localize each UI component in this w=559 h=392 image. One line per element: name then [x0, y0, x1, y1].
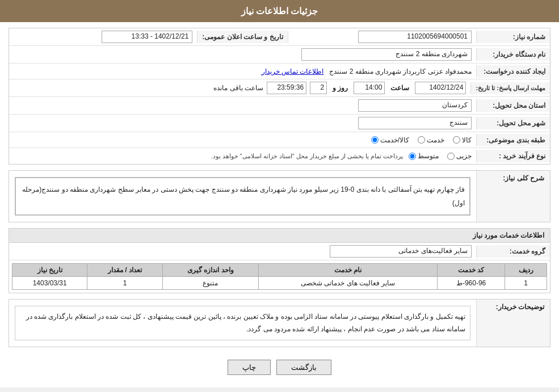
tabaqeh-label: طبقه بندی موضوعی:: [476, 134, 550, 146]
cell-kod: 960-96-ط: [438, 277, 505, 290]
col-kod: کد خدمت: [438, 264, 505, 277]
button-row: بازگشت چاپ: [9, 353, 550, 382]
dastgah-label: نام دستگاه خریدار:: [476, 48, 550, 61]
sharh-value: فاز چهارم تهیه بتن آسفالتی با دانه بندی …: [9, 171, 476, 222]
col-tarikh: تاریخ نیاز: [12, 264, 87, 277]
shahr-label: شهر محل تحویل:: [476, 117, 550, 129]
dastgah-box: شهرداری منطقه 2 سنندج: [301, 48, 472, 61]
sharh-label: شرح کلی نیاز:: [476, 171, 550, 222]
farayand-radio-group: جزیی متوسط: [409, 152, 472, 160]
page-header: جزئیات اطلاعات نیاز: [0, 0, 559, 22]
mohlat-saat-box: 14:00: [354, 82, 385, 94]
services-table: ردیف کد خدمت نام خدمت واحد اندازه گیری ت…: [12, 263, 547, 290]
tabaqeh-khedmat-label: خدمت: [427, 136, 444, 144]
sharh-text: فاز چهارم تهیه بتن آسفالتی با دانه بندی …: [15, 177, 470, 216]
print-button[interactable]: چاپ: [228, 360, 271, 375]
tosihaat-value: تهیه تکمیل و بارگذاری استعلام پیوستی در …: [9, 300, 476, 347]
dastgah-value: شهرداری منطقه 2 سنندج: [9, 46, 476, 63]
tabaqeh-kalakhedmat-radio[interactable]: [371, 136, 379, 144]
ijad-value: محمدفواد عزتی کاربرداز شهرداری منطقه 2 س…: [9, 65, 476, 78]
cell-nam: سایر فعالیت های خدماتی شخصی: [259, 277, 438, 290]
col-nam: نام خدمت: [259, 264, 438, 277]
mohlat-date-box: 1402/12/24: [415, 82, 466, 94]
table-wrapper: ردیف کد خدمت نام خدمت واحد اندازه گیری ت…: [9, 260, 550, 293]
shahr-row: شهر محل تحویل: سنندج: [9, 115, 550, 132]
farayand-jozii-option[interactable]: جزیی: [447, 152, 472, 160]
cell-tarikh: 1403/03/31: [12, 277, 87, 290]
farayand-note: پرداخت تمام یا بخشی از مبلغ خریدار محل "…: [211, 153, 403, 160]
shomara-tarikh-row: شماره نیاز: 1102005694000501 تاریخ و ساع…: [9, 28, 550, 46]
countdown-box: 23:59:36: [267, 82, 306, 94]
shahr-value: سنندج: [9, 115, 476, 132]
top-section: شماره نیاز: 1102005694000501 تاریخ و ساع…: [9, 28, 550, 165]
tabaqeh-radio-group: کالا خدمت کالا/خدمت: [14, 136, 472, 144]
tabaqeh-kalakhedmat-option[interactable]: کالا/خدمت: [371, 136, 409, 144]
page-title: جزئیات اطلاعات نیاز: [241, 6, 318, 16]
back-button[interactable]: بازگشت: [276, 360, 331, 375]
tabaqeh-khedmat-radio[interactable]: [418, 136, 425, 144]
cell-vahed: متنوع: [162, 277, 258, 290]
tosihaat-text: تهیه تکمیل و بارگذاری استعلام پیوستی در …: [15, 306, 470, 340]
khadamat-section: اطلاعات خدمات مورد نیاز گروه خدمت: سایر …: [9, 228, 550, 293]
ettelaat-tamas-link[interactable]: اطلاعات تماس خریدار: [262, 68, 324, 75]
farayand-value: جزیی متوسط پرداخت تمام یا بخشی از مبلغ خ…: [9, 150, 476, 162]
farayand-motavset-radio[interactable]: [409, 153, 416, 160]
page-wrapper: جزئیات اطلاعات نیاز شماره نیاز: 11020056…: [0, 0, 559, 387]
ijad-label: ایجاد کننده درخواست:: [476, 65, 550, 78]
tabaqeh-khedmat-option[interactable]: خدمت: [418, 136, 444, 144]
content-area: شماره نیاز: 1102005694000501 تاریخ و ساع…: [0, 22, 559, 387]
tabaqeh-kala-label: کالا: [462, 136, 472, 144]
cell-radif: 1: [505, 277, 547, 290]
mohlat-label: مهلت ارسال پاسخ: تا تاریخ:: [470, 82, 550, 94]
farayand-label: نوع فرآیند خرید :: [476, 150, 550, 162]
tabaqeh-kala-radio[interactable]: [453, 136, 460, 144]
tabaqeh-row: طبقه بندی موضوعی: کالا خدمت کالا/خدمت: [9, 132, 550, 148]
saat-label: ساعت: [388, 84, 411, 92]
tarikh-value: 1402/12/21 - 13:33: [9, 28, 197, 45]
farayand-jozii-radio[interactable]: [447, 153, 455, 160]
mohlat-rooz-box: 2: [310, 82, 327, 94]
ijad-text: محمدفواد عزتی کاربرداز شهرداری منطقه 2 س…: [329, 68, 472, 75]
shomara-label: شماره نیاز:: [476, 31, 550, 43]
tarikh-label: تاریخ و ساعت اعلان عمومی:: [197, 31, 288, 43]
tabaqeh-kala-option[interactable]: کالا: [453, 136, 472, 144]
remaining-text: ساعت باقی مانده: [213, 84, 263, 92]
goroh-label: گروه خدمت:: [476, 245, 550, 258]
goroh-value: سایر فعالیت‌های خدماتی: [9, 243, 476, 260]
cell-tedad: 1: [87, 277, 162, 290]
ostan-label: استان محل تحویل:: [476, 99, 550, 112]
goroh-row: گروه خدمت: سایر فعالیت‌های خدماتی: [9, 243, 550, 260]
mohlat-value: 1402/12/24 ساعت 14:00 روز و 2 23:59:36 س…: [9, 79, 470, 96]
col-vahed: واحد اندازه گیری: [162, 264, 258, 277]
mohlat-row: مهلت ارسال پاسخ: تا تاریخ: 1402/12/24 سا…: [9, 79, 550, 97]
tabaqeh-value: کالا خدمت کالا/خدمت: [9, 134, 476, 146]
table-row: 1 960-96-ط سایر فعالیت های خدماتی شخصی م…: [12, 277, 547, 290]
shahr-box: سنندج: [358, 117, 472, 129]
shomara-value: 1102005694000501: [288, 28, 476, 45]
farayand-row: نوع فرآیند خرید : جزیی متوسط: [9, 148, 550, 164]
rooz-label: روز و: [330, 84, 350, 92]
ostan-row: استان محل تحویل: کردستان: [9, 97, 550, 115]
tosihaat-label: توضیحات خریدار:: [476, 300, 550, 347]
tarikh-box: 1402/12/21 - 13:33: [102, 31, 192, 43]
farayand-motavset-option[interactable]: متوسط: [409, 152, 439, 160]
tosihaat-section: توضیحات خریدار: تهیه تکمیل و بارگذاری اس…: [9, 299, 550, 347]
ostan-value: کردستان: [9, 97, 476, 114]
tabaqeh-kalakhedmat-label: کالا/خدمت: [380, 136, 409, 144]
shomara-box: 1102005694000501: [358, 31, 472, 43]
goroh-box: سایر فعالیت‌های خدماتی: [330, 245, 472, 258]
farayand-jozii-label: جزیی: [456, 152, 472, 160]
farayand-motavset-label: متوسط: [418, 152, 439, 160]
ijad-row: ایجاد کننده درخواست: محمدفواد عزتی کاربر…: [9, 64, 550, 79]
dastgah-row: نام دستگاه خریدار: شهرداری منطقه 2 سنندج: [9, 46, 550, 64]
col-tedad: تعداد / مقدار: [87, 264, 162, 277]
sharh-section: شرح کلی نیاز: فاز چهارم تهیه بتن آسفالتی…: [9, 170, 550, 222]
khadamat-title: اطلاعات خدمات مورد نیاز: [9, 229, 550, 243]
table-header-row: ردیف کد خدمت نام خدمت واحد اندازه گیری ت…: [12, 264, 547, 277]
col-radif: ردیف: [505, 264, 547, 277]
ostan-box: کردستان: [358, 99, 472, 112]
